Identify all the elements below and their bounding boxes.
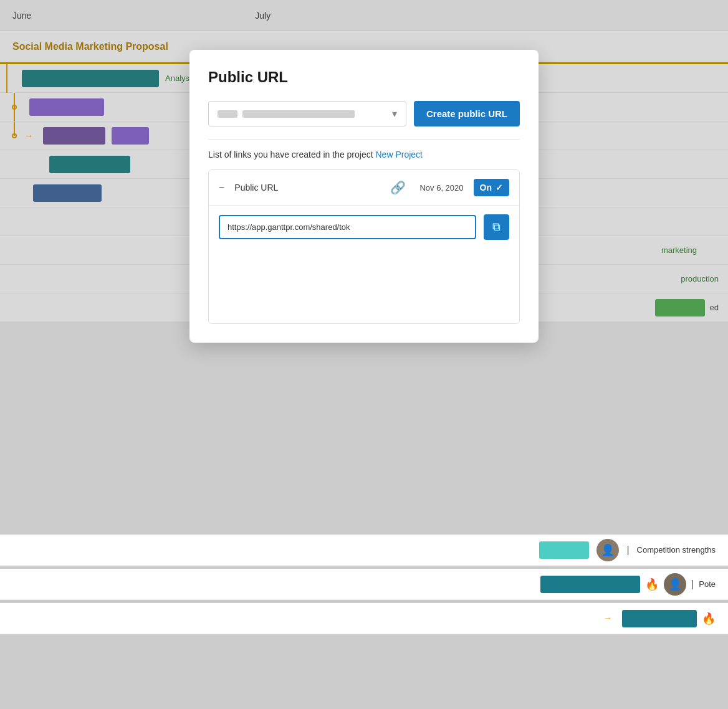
- minus-icon[interactable]: −: [219, 182, 224, 193]
- dropdown-placeholder: [218, 110, 355, 118]
- modal-top-row: ▾ Create public URL: [208, 101, 520, 126]
- link-chain-icon: 🔗: [390, 180, 406, 195]
- url-date: Nov 6, 2020: [419, 183, 463, 193]
- new-project-link[interactable]: New Project: [375, 150, 422, 159]
- url-row-label: Public URL: [234, 183, 376, 193]
- url-input-field[interactable]: [219, 215, 476, 239]
- competition-row: 👤 | Competition strengths: [0, 535, 728, 566]
- bar-dark-teal-2: [622, 610, 697, 627]
- divider-line: [208, 139, 520, 140]
- fire-icon-2: 🔥: [702, 612, 716, 626]
- label-pote: Pote: [699, 579, 716, 589]
- on-status-label: On: [480, 183, 492, 193]
- view-dropdown[interactable]: ▾: [208, 101, 406, 126]
- chevron-down-icon: ▾: [392, 108, 397, 120]
- url-table-header-row: − Public URL 🔗 Nov 6, 2020 On ✓: [209, 170, 519, 206]
- on-status-badge[interactable]: On ✓: [474, 179, 509, 196]
- bar-cyan: [539, 541, 589, 559]
- bar-dark-teal-1: [540, 576, 640, 593]
- potential-row: 🔥 👤 | Pote: [0, 569, 728, 600]
- placeholder-small: [218, 110, 237, 118]
- url-table: − Public URL 🔗 Nov 6, 2020 On ✓ ⧉: [208, 169, 520, 324]
- last-bar-row: → 🔥: [0, 603, 728, 634]
- copy-icon: ⧉: [492, 221, 501, 234]
- public-url-modal: Public URL ▾ Create public URL List of l…: [189, 50, 539, 343]
- modal-title: Public URL: [208, 69, 520, 86]
- placeholder-large: [242, 110, 355, 118]
- avatar-potential: 👤: [664, 573, 686, 596]
- avatar-competition: 👤: [596, 539, 619, 561]
- create-public-url-button[interactable]: Create public URL: [414, 101, 520, 126]
- project-link-description: List of links you have created in the pr…: [208, 150, 520, 159]
- fire-icon-1: 🔥: [645, 578, 659, 591]
- url-table-empty-space: [209, 249, 519, 323]
- url-expanded-row: ⧉: [209, 206, 519, 249]
- checkmark-icon: ✓: [496, 183, 503, 193]
- copy-url-button[interactable]: ⧉: [484, 214, 509, 240]
- label-competition-strengths: Competition strengths: [637, 545, 716, 554]
